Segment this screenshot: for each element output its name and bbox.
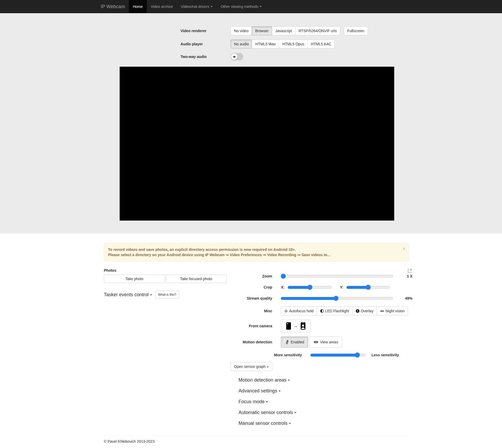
zoom-value: 1 X	[393, 274, 412, 278]
sensitivity-row: More sensitivity Less sensitivity	[274, 352, 412, 358]
section-automatic-sensor-controls[interactable]: Automatic sensor controls	[238, 410, 412, 415]
audio-player-label: Audio player	[181, 42, 231, 46]
zoom-label: Zoom	[231, 274, 272, 278]
renderer-browser-button[interactable]: Browser	[252, 26, 272, 35]
zoom-slider[interactable]	[281, 275, 393, 278]
misc-row: Misc Autofocus hold	[231, 306, 412, 315]
running-man-icon	[285, 340, 289, 345]
eye-icon	[380, 310, 384, 313]
take-photo-button[interactable]: Take photo	[104, 275, 165, 283]
renderer-rtsp-button[interactable]: RTSP/h264/ONVIF urls	[295, 26, 340, 35]
sensitivity-slider[interactable]	[310, 354, 366, 357]
crop-x-slider[interactable]	[288, 286, 332, 289]
two-way-audio-label: Two-way audio	[181, 55, 231, 59]
autofocus-hold-button[interactable]: Autofocus hold	[281, 306, 317, 315]
stream-quality-slider[interactable]	[281, 297, 393, 300]
eye-icon	[313, 340, 319, 344]
copyright-text: © Pavel Khlebovich 2013-2023	[104, 439, 409, 448]
misc-button-group: Autofocus hold LED Flashlight i Overlay	[281, 306, 408, 315]
main-content: To record videos and save photos, an exp…	[104, 243, 409, 448]
chevron-down-icon	[150, 294, 152, 295]
nav-videochat-drivers[interactable]: Videochat drivers	[177, 0, 217, 13]
open-sensor-graph-button[interactable]: Open sensor graph »	[231, 362, 272, 371]
stream-quality-row: Stream quality 49%	[231, 294, 412, 302]
video-controls-section: Video renderer No video Browser Javascri…	[0, 13, 502, 233]
info-icon: i	[356, 309, 359, 313]
crop-y-slider[interactable]	[347, 286, 390, 289]
audio-player-row: Audio player No audio HTML5 Wav HTML5 Op…	[181, 40, 502, 48]
photos-column: Photos Take photo Take focused photo Tas…	[104, 268, 227, 299]
renderer-javascript-button[interactable]: Javascript	[272, 26, 295, 35]
nav-video-archive[interactable]: Video archive	[147, 0, 177, 13]
directory-permission-alert: To record videos and save photos, an exp…	[104, 243, 409, 261]
chevron-down-icon	[279, 391, 281, 392]
renderer-no-video-button[interactable]: No video	[231, 26, 252, 35]
section-motion-detection-areas[interactable]: Motion detection areas	[238, 377, 412, 383]
crop-y-slider-handle[interactable]	[365, 285, 371, 290]
chevron-down-icon	[289, 423, 291, 424]
view-areas-button[interactable]: View areas	[309, 337, 342, 348]
move-crosshair-icon	[284, 309, 288, 313]
speaker-icon	[233, 55, 236, 59]
phone-back-camera-icon	[286, 322, 291, 330]
chevron-down-icon	[288, 380, 290, 381]
fullscreen-button[interactable]: Fullscreen	[344, 26, 368, 35]
footer-divider	[104, 436, 409, 436]
led-flashlight-button[interactable]: LED Flashlight	[317, 306, 353, 315]
crop-label: Crop	[231, 285, 272, 289]
close-icon[interactable]: x	[403, 246, 405, 250]
crop-row: Crop X: Y:	[231, 283, 412, 291]
audio-html5-wav-button[interactable]: HTML5 Wav	[252, 40, 279, 48]
video-renderer-label: Video renderer	[181, 29, 231, 33]
main-nav: Home Video archive Videochat drivers Oth…	[129, 0, 266, 13]
more-sensitivity-label: More sensitivity	[274, 353, 302, 357]
nav-other-viewing-methods[interactable]: Other viewing methods	[217, 0, 266, 13]
chevron-down-icon	[266, 401, 268, 402]
two-way-audio-toggle[interactable]	[231, 53, 243, 60]
camera-controls-column: Zoom 1 X Crop X: Y:	[231, 268, 412, 431]
stream-quality-slider-handle[interactable]	[333, 296, 338, 301]
external-link-icon[interactable]	[407, 268, 412, 274]
photos-heading: Photos	[104, 268, 227, 272]
what-is-this-button[interactable]: What is this?	[155, 291, 179, 299]
motion-detection-enabled-button[interactable]: Enabled	[281, 337, 308, 348]
overlay-button[interactable]: i Overlay	[352, 306, 377, 315]
nav-home[interactable]: Home	[129, 0, 147, 13]
alert-line-1: To record videos and save photos, an exp…	[108, 247, 399, 252]
stream-quality-value: 49%	[393, 296, 412, 300]
two-way-audio-row: Two-way audio	[181, 53, 502, 61]
zoom-slider-handle[interactable]	[281, 274, 286, 279]
crop-x-label: X:	[281, 285, 285, 289]
misc-label: Misc	[231, 309, 272, 313]
audio-player-group: No audio HTML5 Wav HTML5 Opus HTML5 AAC	[231, 40, 335, 48]
motion-detection-label: Motion detection	[231, 340, 272, 344]
night-vision-button[interactable]: Night vision	[377, 306, 408, 315]
video-renderer-group: No video Browser Javascript RTSP/h264/ON…	[231, 26, 340, 35]
video-stream	[120, 67, 394, 221]
chevron-down-icon	[294, 412, 296, 413]
motion-detection-row: Motion detection Enabled	[231, 337, 412, 348]
section-manual-sensor-controls[interactable]: Manual sensor controls	[238, 421, 412, 426]
contrast-half-circle-icon	[320, 309, 324, 313]
audio-no-audio-button[interactable]: No audio	[231, 40, 252, 48]
crop-y-label: Y:	[340, 285, 343, 289]
audio-html5-aac-button[interactable]: HTML5 AAC	[308, 40, 335, 48]
toggle-knob	[231, 53, 237, 60]
section-advanced-settings[interactable]: Advanced settings	[238, 388, 412, 394]
navbar: IP Webcam Home Video archive Videochat d…	[0, 0, 502, 13]
chevron-down-icon	[260, 6, 262, 7]
stream-quality-label: Stream quality	[231, 296, 272, 300]
take-focused-photo-button[interactable]: Take focused photo	[166, 275, 227, 283]
tasker-events-control-link[interactable]: Tasker events control	[104, 292, 152, 298]
front-camera-label: Front camera	[231, 324, 272, 328]
audio-html5-opus-button[interactable]: HTML5 Opus	[279, 40, 308, 48]
front-camera-toggle-button[interactable]: →	[281, 320, 310, 332]
sensitivity-slider-handle[interactable]	[355, 353, 360, 358]
section-focus-mode[interactable]: Focus mode	[238, 399, 412, 405]
collapsible-sections: Motion detection areas Advanced settings…	[238, 377, 412, 426]
alert-line-2: Please select a directory on your Androi…	[108, 252, 399, 257]
brand-ip-webcam[interactable]: IP Webcam	[97, 0, 129, 13]
less-sensitivity-label: Less sensitivity	[372, 353, 399, 357]
crop-x-slider-handle[interactable]	[307, 285, 312, 290]
front-camera-row: Front camera →	[231, 320, 412, 332]
